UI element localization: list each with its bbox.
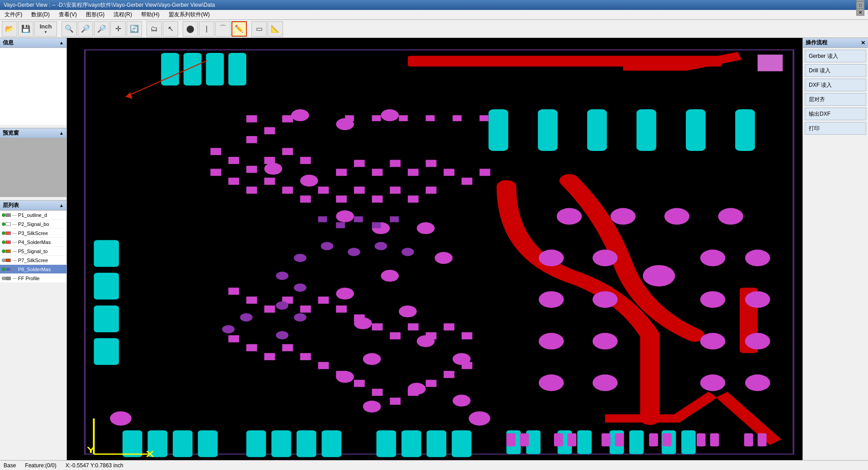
layer-item[interactable]: —P8_SolderMas — [0, 265, 66, 274]
svg-rect-88 — [246, 166, 257, 173]
ops-header: 操作流程 ✕ — [803, 38, 868, 48]
ops-action-button[interactable]: Gerber 读入 — [805, 50, 866, 62]
svg-rect-95 — [264, 178, 275, 185]
layer-list: —P1_outline_d—P2_Signal_bo—P3_SilkScree—… — [0, 211, 66, 283]
svg-rect-6 — [94, 240, 119, 267]
svg-rect-135 — [354, 380, 365, 387]
svg-rect-115 — [246, 296, 257, 304]
svg-rect-106 — [354, 160, 365, 167]
svg-rect-26 — [427, 430, 447, 457]
layer-title: 层列表 — [3, 202, 19, 209]
measure-button[interactable]: 📐 — [268, 21, 283, 37]
layer-vis-icon — [2, 268, 5, 271]
layer-vis-icon — [2, 249, 5, 253]
layer-item[interactable]: —P5_Signal_to — [0, 247, 66, 256]
layer-item[interactable]: —P2_Signal_bo — [0, 220, 66, 229]
svg-rect-149 — [662, 433, 671, 446]
svg-rect-12 — [587, 109, 607, 151]
ops-action-button[interactable]: 层对齐 — [805, 93, 866, 106]
main-area: 信息 ▲ 预览窗 ▲ 层列表 ▲ —P1_outline_d—P2_Signal… — [0, 38, 868, 460]
layer-item[interactable]: —P7_SilkScree — [0, 256, 66, 265]
menu-flow[interactable]: 流程(R) — [111, 10, 135, 19]
zoom-fit-button[interactable]: 🔍 — [61, 21, 77, 37]
menu-view[interactable]: 查看(V) — [56, 10, 80, 19]
layer-name-label: P8_SolderMas — [18, 267, 51, 272]
svg-rect-33 — [629, 430, 644, 454]
info-collapse[interactable]: ▲ — [59, 40, 64, 45]
right-panel: 操作流程 ✕ Gerber 读入Drill 读入DXF 读入层对齐输出DXF打印 — [802, 38, 868, 460]
svg-rect-87 — [228, 157, 239, 164]
svg-point-57 — [539, 333, 564, 349]
svg-rect-35 — [681, 430, 696, 454]
layer-item[interactable]: —P4_SolderMas — [0, 238, 66, 247]
svg-point-58 — [593, 333, 618, 349]
svg-rect-13 — [637, 109, 656, 151]
svg-rect-82 — [246, 115, 257, 122]
svg-rect-155 — [372, 115, 381, 121]
layer-item[interactable]: —FF Profile — [0, 274, 66, 283]
svg-rect-0 — [67, 38, 802, 460]
ops-action-button[interactable]: 输出DXF — [805, 108, 866, 120]
save-button[interactable]: 💾 — [18, 21, 33, 37]
zoom-out-button[interactable]: 🔎 — [94, 21, 109, 37]
menu-help[interactable]: 帮助(H) — [138, 10, 162, 19]
layer-vis-icon — [2, 240, 5, 244]
open-button[interactable]: 📂 — [2, 21, 17, 37]
svg-rect-120 — [336, 306, 347, 313]
close-button[interactable]: ✕ — [856, 9, 864, 16]
ops-action-button[interactable]: 打印 — [805, 122, 866, 135]
svg-rect-146 — [602, 433, 611, 446]
svg-rect-143 — [520, 433, 529, 446]
layer-collapse[interactable]: ▲ — [59, 203, 64, 208]
menu-data[interactable]: 数据(D) — [28, 10, 52, 19]
svg-point-81 — [469, 411, 491, 426]
unit-selector[interactable]: Inch ▼ — [34, 21, 57, 37]
svg-rect-144 — [554, 433, 563, 446]
svg-rect-5 — [228, 53, 246, 85]
svg-rect-124 — [408, 323, 419, 330]
rect-button[interactable]: ▭ — [251, 21, 267, 37]
svg-text:Y: Y — [87, 446, 95, 455]
layer-item[interactable]: —P3_SilkScree — [0, 229, 66, 238]
svg-rect-27 — [452, 430, 472, 457]
rotate-button[interactable]: 🔄 — [127, 21, 142, 37]
layer-dash: — — [12, 221, 17, 226]
svg-rect-18 — [173, 430, 193, 457]
ops-close[interactable]: ✕ — [861, 40, 865, 46]
svg-rect-111 — [443, 169, 454, 176]
layer-vis-icon — [2, 222, 5, 226]
arc-button[interactable]: ⌒ — [215, 21, 231, 37]
svg-rect-110 — [426, 160, 437, 167]
layer-dash: — — [12, 249, 17, 254]
svg-rect-132 — [300, 353, 311, 360]
svg-rect-9 — [94, 338, 119, 365]
svg-rect-92 — [210, 169, 221, 176]
menu-ally[interactable]: 盟友系列软件(W) — [166, 10, 212, 19]
svg-point-41 — [381, 109, 399, 121]
ops-action-button[interactable]: Drill 读入 — [805, 64, 866, 77]
select-button[interactable]: ↖ — [163, 21, 178, 37]
svg-point-176 — [222, 325, 235, 333]
pencil-button[interactable]: ✏️ — [231, 21, 247, 37]
svg-rect-121 — [354, 315, 365, 322]
ops-action-button[interactable]: DXF 读入 — [805, 79, 866, 91]
pan-button[interactable]: ✛ — [110, 21, 126, 37]
maximize-button[interactable]: □ — [856, 1, 864, 9]
pcb-canvas[interactable]: Y X — [67, 38, 802, 460]
menu-shape[interactable]: 图形(G) — [83, 10, 107, 19]
menu-file[interactable]: 文件(F) — [2, 10, 25, 19]
svg-point-55 — [700, 291, 726, 308]
layer-item[interactable]: —P1_outline_d — [0, 211, 66, 220]
zoom-in-button[interactable]: 🔎 — [78, 21, 93, 37]
svg-rect-148 — [649, 433, 658, 446]
svg-point-52 — [745, 249, 770, 266]
line-button[interactable]: | — [199, 21, 214, 37]
preview-collapse[interactable]: ▲ — [59, 131, 64, 136]
preview-content[interactable] — [0, 138, 66, 197]
circle-button[interactable]: ⬤ — [183, 21, 198, 37]
layer-display-button[interactable]: 🗂 — [146, 21, 162, 37]
svg-point-71 — [399, 306, 417, 317]
layer-color-swatch — [5, 268, 11, 271]
toolbar: 📂 💾 Inch ▼ 🔍 🔎 🔎 ✛ 🔄 🗂 ↖ ⬤ | ⌒ ✏️ ▭ 📐 — [0, 20, 868, 38]
svg-point-167 — [375, 242, 387, 250]
